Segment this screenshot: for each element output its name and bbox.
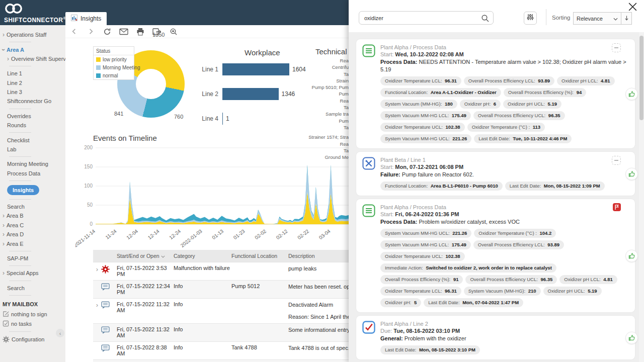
zoom-button[interactable] — [169, 27, 178, 36]
search-panel-header: Sorting Relevance — [349, 0, 644, 32]
chips-list: Oxidizer Temperature LCL: 96.31Overall P… — [380, 76, 628, 143]
expand-row-icon[interactable]: › — [95, 266, 100, 273]
sidebar-item-area-e[interactable]: ›Area E — [0, 239, 65, 248]
thumbs-up-button[interactable] — [625, 249, 638, 262]
sidebar-divider — [9, 265, 31, 266]
sidebar-item-overview-shift-supervis[interactable]: ›Overview Shift Supervis... — [0, 54, 65, 63]
scrollbar-thumb[interactable] — [639, 36, 643, 120]
sidebar-item-configuration[interactable]: Configuration — [0, 334, 65, 344]
thumbs-up-button[interactable] — [625, 331, 638, 344]
timeline-series-morning-meeting[interactable] — [96, 167, 350, 224]
chevron-right-icon: › — [3, 32, 5, 37]
result-card[interactable]: Plant Alpha / Process DataStart: Wed, 10… — [356, 39, 635, 148]
workplace-bar-line-4[interactable]: Line 41 — [196, 113, 229, 125]
result-card-date: Start: Fri, 06-24-2022 01:36 PM — [380, 211, 628, 218]
chip-label: Immediate Action: — [385, 265, 424, 270]
sidebar-item-line-3[interactable]: Line 3 — [0, 87, 65, 97]
sidebar-item-line-2[interactable]: Line 2 — [0, 78, 65, 87]
chip-oxidizer-temperature-ucl: Oxidizer Temperature UCL: 102.38 — [380, 123, 465, 132]
sort-direction-button[interactable] — [621, 12, 632, 25]
sidebar-item-sap-pm[interactable]: SAP-PM — [0, 254, 65, 263]
sidebar-item-overrides[interactable]: Overrides — [0, 112, 65, 121]
chip-value: 93.89 — [538, 78, 550, 83]
chip-system-vacuum-mm-hg-lcl: System Vacuum MM-HG LCL: 175.49 — [380, 240, 471, 249]
sidebar-item-search[interactable]: Search — [0, 202, 65, 211]
search-icon[interactable] — [481, 14, 490, 25]
result-card[interactable]: Plant Alpha / Process DataStart: Fri, 06… — [356, 199, 635, 312]
brand-name: SHIFTCONNECTOR® — [4, 17, 66, 24]
table-header-start-end-or-open[interactable]: Start/End or Open — [117, 253, 174, 259]
chevron-right-icon: › — [3, 223, 5, 228]
refresh-button[interactable] — [103, 27, 112, 36]
sidebar-item-label: Line 1 — [7, 70, 22, 76]
sidebar-item-label: Area B — [7, 213, 24, 219]
sidebar-item-checklist[interactable]: Checklist — [0, 135, 65, 144]
sidebar-item-area-d[interactable]: ›Area D — [0, 230, 65, 239]
sidebar-item-label: no tasks — [11, 321, 32, 327]
sidebar-item-rounds[interactable]: Rounds — [0, 121, 65, 130]
chip-value: Mon, 07-04-2022 1:47 PM — [462, 300, 519, 305]
sidebar-item-nothing-to-sign[interactable]: nothing to sign — [0, 309, 65, 319]
chip-last-edit-date: Last Edit Date: Mon, 07-04-2022 1:47 PM — [424, 298, 523, 307]
table-header-functional-location[interactable]: Functional Location — [231, 253, 288, 259]
sidebar-item-operations-staff[interactable]: ›Operations Staff — [0, 30, 65, 39]
result-card-date: Start: Wed, 10-12-2022 02:08 AM — [380, 51, 628, 58]
sidebar-item-search[interactable]: Search — [0, 284, 65, 293]
sidebar-item-morning-meeting[interactable]: Morning Meeting — [0, 159, 65, 168]
svg-text:03-04: 03-04 — [318, 228, 332, 241]
sidebar-item-no-tasks[interactable]: no tasks — [0, 319, 65, 328]
sidebar-item-area-c[interactable]: ›Area C — [0, 221, 65, 230]
thumbs-up-button[interactable] — [625, 87, 638, 100]
workplace-bar-line-2[interactable]: Line 21346 — [196, 88, 295, 100]
panel-scrollbar[interactable] — [639, 32, 644, 362]
workplace-bar-line-1[interactable]: Line 11604 — [196, 63, 306, 75]
tab-insights[interactable]: Insights — [65, 12, 107, 25]
sidebar-item-label: Shiftconnector Go — [7, 98, 51, 104]
chip-oxidizer-temperature-ucl: Oxidizer Temperature UCL: 102.38 — [380, 252, 465, 261]
sidebar-item-shiftconnector-go[interactable]: Shiftconnector Go — [0, 97, 65, 106]
result-card[interactable]: Plant Alpha / Line 2Due: Tue, 08-16-2022… — [356, 316, 635, 359]
result-card[interactable]: Plant Beta / Line 1Start: Mon, 07-12-202… — [356, 152, 635, 196]
nav-back-button[interactable] — [69, 27, 78, 36]
list-green-icon — [362, 44, 375, 59]
svg-text:12-24: 12-24 — [168, 228, 182, 241]
bubble-icon — [101, 326, 110, 334]
sidebar-item-line-1[interactable]: Line 1 — [0, 69, 65, 78]
chevron-right-icon: › — [3, 232, 5, 237]
sidebar-item-lab[interactable]: Lab — [0, 145, 65, 154]
filter-sliders-icon — [527, 14, 534, 23]
filter-button[interactable] — [524, 12, 537, 25]
row-category-cell: Info — [174, 326, 231, 332]
table-header-category[interactable]: Category — [174, 253, 231, 259]
sidebar-item-label: Overrides — [7, 113, 31, 119]
sidebar-item-area-b[interactable]: ›Area B — [0, 211, 65, 220]
chip-functional-location: Functional Location: Area B-L1-P6010 - P… — [380, 182, 503, 191]
nav-forward-button[interactable] — [86, 27, 95, 36]
close-panel-button[interactable] — [627, 2, 638, 13]
chip-value: 221.26 — [452, 136, 467, 141]
badge-minus-icon — [612, 43, 621, 52]
sidebar-item-special-apps[interactable]: ›Special Apps — [0, 268, 65, 278]
sorting-dropdown[interactable]: Relevance — [573, 12, 621, 25]
expand-row-icon[interactable]: › — [95, 302, 100, 309]
sidebar-collapse-button[interactable]: ‹ — [56, 329, 64, 337]
sidebar-item-insights-row: Insights — [0, 184, 65, 197]
events-timeline-chart[interactable]: 0501001502002021-11-1411-2412-0412-1412-… — [75, 143, 350, 251]
legend-item-morning-meeting: Morning Meeting — [94, 63, 134, 71]
search-input[interactable] — [359, 12, 493, 24]
chevron-right-icon: › — [7, 56, 9, 61]
thumbs-up-button[interactable] — [625, 167, 638, 180]
chip-system-vacuum-mm-hg-ucl: System Vacuum MM-HG UCL: 221.26 — [380, 229, 471, 238]
sidebar: ›Operations Staff›Area A›Overview Shift … — [0, 25, 65, 362]
sidebar-item-label: Lab — [7, 146, 16, 152]
svg-text:12-14: 12-14 — [147, 228, 160, 241]
mail-button[interactable] — [119, 27, 128, 36]
sidebar-item-area-a[interactable]: ›Area A — [0, 45, 65, 54]
technical-location-label: Rea — [308, 98, 349, 104]
donut-value-label: 1350 — [152, 32, 165, 38]
sidebar-item-process-data[interactable]: Process Data — [0, 169, 65, 178]
chip-label: Oxidizer Temperature (°C) : — [472, 124, 531, 130]
print-button[interactable] — [136, 27, 145, 36]
sidebar-item-insights[interactable]: Insights — [7, 185, 39, 195]
chip-label: Oxidizer pH: — [385, 300, 413, 305]
